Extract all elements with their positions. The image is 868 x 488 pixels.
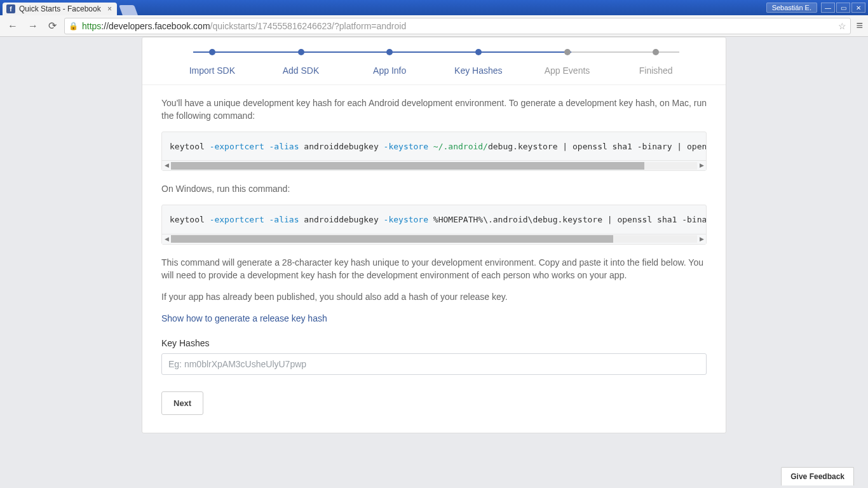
- hamburger-menu-icon[interactable]: ≡: [856, 19, 863, 32]
- step-label: App Info: [373, 65, 406, 76]
- profile-badge[interactable]: Sebastián E.: [766, 3, 817, 13]
- browser-tab[interactable]: f Quick Starts - Facebook ×: [3, 3, 117, 15]
- mac-command-text: keytool -exportcert -alias androiddebugk…: [162, 132, 706, 161]
- windows-command-text: keytool -exportcert -alias androiddebugk…: [162, 205, 706, 234]
- give-feedback-button[interactable]: Give Feedback: [781, 467, 854, 485]
- release-key-link[interactable]: Show how to generate a release key hash: [161, 313, 327, 323]
- address-bar[interactable]: 🔒 https://developers.facebook.com/quicks…: [64, 18, 851, 34]
- step-dot-icon: [653, 49, 659, 55]
- step-dot-icon: [386, 49, 393, 55]
- step-label: App Events: [545, 65, 590, 76]
- step-app-info[interactable]: App Info: [345, 49, 434, 76]
- step-dot-icon: [209, 49, 215, 55]
- tab-title: Quick Starts - Facebook: [19, 4, 101, 13]
- explain-text: This command will generate a 28-characte…: [161, 256, 707, 282]
- horizontal-scrollbar[interactable]: ◀ ▶: [162, 160, 706, 170]
- facebook-favicon: f: [6, 4, 15, 13]
- close-window-button[interactable]: ✕: [851, 3, 865, 13]
- step-finished[interactable]: Finished: [611, 49, 700, 76]
- windows-label: On Windows, run this command:: [161, 182, 707, 195]
- step-dot-icon: [298, 49, 304, 55]
- step-app-events[interactable]: App Events: [523, 49, 612, 76]
- minimize-button[interactable]: —: [821, 3, 835, 13]
- back-button[interactable]: ←: [5, 20, 20, 32]
- stepper: Import SDK Add SDK App Info Key Hashes A…: [142, 37, 726, 85]
- lock-icon: 🔒: [69, 22, 78, 30]
- tab-strip: f Quick Starts - Facebook ×: [3, 0, 136, 15]
- scroll-left-arrow-icon[interactable]: ◀: [162, 161, 171, 170]
- horizontal-scrollbar[interactable]: ◀ ▶: [162, 234, 706, 244]
- windows-command-box: keytool -exportcert -alias androiddebugk…: [161, 205, 707, 245]
- step-dot-icon: [475, 49, 482, 55]
- step-import-sdk[interactable]: Import SDK: [168, 49, 257, 76]
- step-label: Key Hashes: [454, 65, 502, 76]
- window-controls: — ▭ ✕: [821, 3, 865, 13]
- content-area: You'll have a unique development key has…: [142, 85, 726, 433]
- scroll-right-arrow-icon[interactable]: ▶: [697, 235, 706, 243]
- step-add-sdk[interactable]: Add SDK: [257, 49, 346, 76]
- key-hashes-input[interactable]: [161, 353, 707, 375]
- forward-button[interactable]: →: [25, 20, 41, 32]
- browser-titlebar: f Quick Starts - Facebook × Sebastián E.…: [0, 0, 868, 15]
- next-button[interactable]: Next: [161, 391, 203, 415]
- url-scheme: https: [82, 21, 101, 31]
- page-viewport[interactable]: Import SDK Add SDK App Info Key Hashes A…: [0, 37, 868, 488]
- bookmark-star-icon[interactable]: ☆: [838, 21, 846, 31]
- intro-text: You'll have a unique development key has…: [161, 97, 707, 123]
- step-label: Finished: [639, 65, 673, 76]
- published-note: If your app has already been published, …: [161, 290, 707, 303]
- step-dot-icon: [564, 49, 571, 55]
- key-hashes-label: Key Hashes: [161, 337, 707, 349]
- step-label: Add SDK: [283, 65, 320, 76]
- new-tab-button[interactable]: [119, 5, 138, 15]
- reload-button[interactable]: ⟳: [46, 20, 59, 32]
- step-key-hashes[interactable]: Key Hashes: [434, 49, 523, 76]
- step-label: Import SDK: [189, 65, 235, 76]
- quickstart-card: Import SDK Add SDK App Info Key Hashes A…: [142, 37, 726, 433]
- url-host: ://developers.facebook.com: [101, 21, 210, 31]
- scroll-left-arrow-icon[interactable]: ◀: [162, 235, 171, 243]
- mac-command-box: keytool -exportcert -alias androiddebugk…: [161, 132, 707, 172]
- maximize-button[interactable]: ▭: [836, 3, 850, 13]
- close-tab-icon[interactable]: ×: [107, 4, 112, 13]
- scroll-right-arrow-icon[interactable]: ▶: [697, 161, 706, 170]
- browser-toolbar: ← → ⟳ 🔒 https://developers.facebook.com/…: [0, 15, 868, 37]
- url-path: /quickstarts/174555816246623/?platform=a…: [210, 21, 407, 31]
